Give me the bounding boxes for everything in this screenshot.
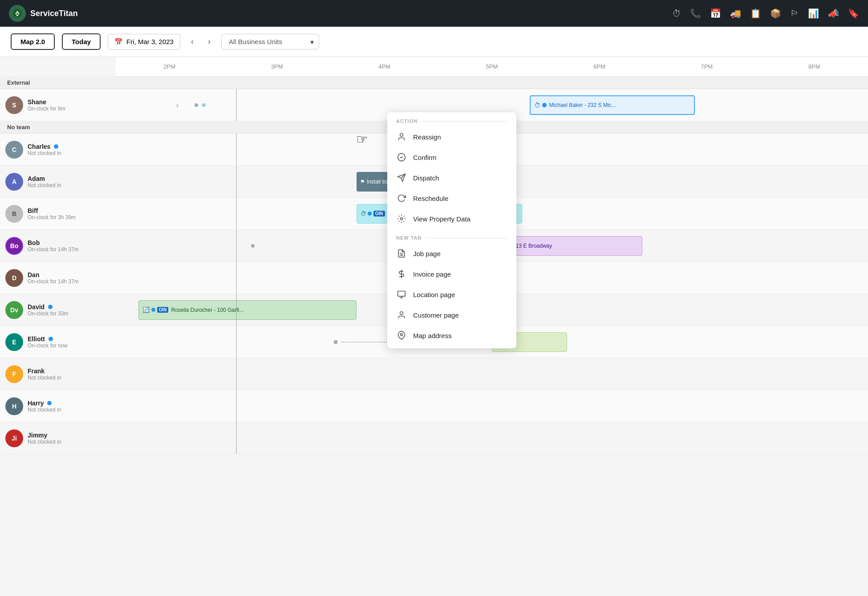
avatar-dan: D [5,269,23,287]
nav-icons: ⏱ 📞 📅 🚚 📋 📦 🏳 📊 📣 🔖 [672,8,859,19]
tech-status-biff: On-clock for 3h 39m [28,214,76,220]
tech-name-harry: Harry [28,400,61,407]
tech-status-shane: On-clock for 8m [28,106,65,112]
time-6pm: 6PM [546,63,653,70]
tech-name-elliott: Elliott [28,335,68,343]
view-property-icon [396,213,407,224]
reschedule-label: Reschedule [413,195,448,202]
context-menu: ACTION Reassign Confirm Dispatch [387,112,516,348]
invoice-page-label: Invoice page [413,270,451,278]
new-tab-section-label: NEW TAB [387,229,516,243]
megaphone-icon[interactable]: 📣 [828,8,839,19]
reassign-button[interactable]: Reassign [387,127,516,147]
logo-icon [9,5,26,22]
block-roselia-durocher[interactable]: 🔄 OIN Roselia Durocher - 100 Garfi... [138,300,357,320]
svg-point-13 [400,312,403,315]
reschedule-button[interactable]: Reschedule [387,188,516,208]
invoice-page-icon [396,269,407,279]
view-property-button[interactable]: View Property Data [387,208,516,229]
date-picker[interactable]: 📅 Fri, Mar 3, 2023 [108,34,180,50]
confirm-button[interactable]: Confirm [387,147,516,167]
harry-online-dot [47,401,52,405]
toolbar: Map 2.0 Today 📅 Fri, Mar 3, 2023 ‹ › All… [0,27,868,57]
charles-online-dot [54,144,58,149]
prev-date-button[interactable]: ‹ [187,35,197,48]
avatar-biff: B [5,205,23,223]
customer-page-icon [396,310,407,320]
svg-point-14 [401,334,403,336]
time-7pm: 7PM [653,63,760,70]
business-units-select[interactable]: All Business Units [221,34,319,49]
tech-status-frank: Not clocked in [28,375,61,381]
truck-icon[interactable]: 🚚 [730,8,741,19]
tech-info-biff: B Biff On-clock for 3h 39m [0,205,116,223]
tech-status-charles: Not clocked in [28,150,61,156]
confirm-label: Confirm [413,154,437,161]
svg-rect-10 [398,291,406,297]
reassign-icon [396,131,407,142]
avatar-harry: H [5,397,23,415]
confirm-icon [396,152,407,163]
tech-info-dan: D Dan On-clock for 14h 37m [0,269,116,287]
tech-info-elliott: E Elliott On-clock for now [0,333,116,351]
speedometer-icon[interactable]: ⏱ [672,8,681,19]
block-michael-baker[interactable]: ⏱ Michael Baker - 232 S Mic... [530,95,695,115]
business-units-wrapper: All Business Units [221,34,319,49]
tech-status-david: On-clock for 33m [28,310,68,317]
tech-name-shane: Shane [28,98,65,106]
dispatch-label: Dispatch [413,174,439,182]
tech-row-harry: H Harry Not clocked in [0,390,868,422]
map-address-button[interactable]: Map address [387,325,516,346]
location-page-label: Location page [413,291,455,298]
svg-point-6 [401,218,403,220]
time-8pm: 8PM [761,63,868,70]
invoice-page-button[interactable]: Invoice page [387,264,516,284]
map-address-label: Map address [413,332,452,339]
tech-info-bob: Bo Bob On-clock for 14h 37m [0,237,116,255]
bar-chart-icon[interactable]: 📊 [808,8,819,19]
david-online-dot [48,305,53,309]
dispatch-button[interactable]: Dispatch [387,167,516,188]
next-date-button[interactable]: › [204,35,214,48]
job-page-label: Job page [413,250,441,257]
svg-point-1 [16,14,18,16]
avatar-shane: S [5,96,23,114]
time-5pm: 5PM [438,63,545,70]
avatar-david: Dv [5,301,23,319]
tech-info-charles: C Charles Not clocked in [0,141,116,159]
tech-info-david: Dv David On-clock for 33m [0,301,116,319]
calendar-icon[interactable]: 📅 [710,8,721,19]
tech-name-dan: Dan [28,271,79,278]
timeline-jimmy [116,422,868,454]
svg-point-2 [400,134,403,137]
time-2pm: 2PM [116,63,223,70]
reschedule-icon [396,193,407,204]
svg-point-0 [13,9,22,18]
bookmark-icon[interactable]: 🔖 [848,8,859,19]
location-page-button[interactable]: Location page [387,284,516,305]
tech-name-jimmy: Jimmy [28,432,61,439]
top-navigation: ServiceTitan ⏱ 📞 📅 🚚 📋 📦 🏳 📊 📣 🔖 [0,0,868,27]
timeline-harry [116,390,868,422]
view-property-label: View Property Data [413,215,471,223]
tech-status-adam: Not clocked in [28,182,61,188]
dispatch-icon [396,172,407,183]
package-icon[interactable]: 📦 [770,8,781,19]
tech-name-adam: Adam [28,175,61,182]
customer-page-button[interactable]: Customer page [387,305,516,325]
tech-info-adam: A Adam Not clocked in [0,173,116,191]
map-button[interactable]: Map 2.0 [11,33,55,50]
clipboard-icon[interactable]: 📋 [750,8,761,19]
action-section-label: ACTION [387,112,516,127]
flag-icon[interactable]: 🏳 [790,8,799,19]
calendar-icon: 📅 [114,38,123,46]
map-address-icon [396,330,407,341]
app-logo: ServiceTitan [9,5,78,22]
elliott-online-dot [49,337,53,341]
today-button[interactable]: Today [62,33,101,50]
phone-icon[interactable]: 📞 [690,8,701,19]
tech-status-bob: On-clock for 14h 37m [28,246,79,253]
tech-name-biff: Biff [28,207,76,214]
tech-row-frank: F Frank Not clocked in [0,358,868,390]
job-page-button[interactable]: Job page [387,243,516,264]
